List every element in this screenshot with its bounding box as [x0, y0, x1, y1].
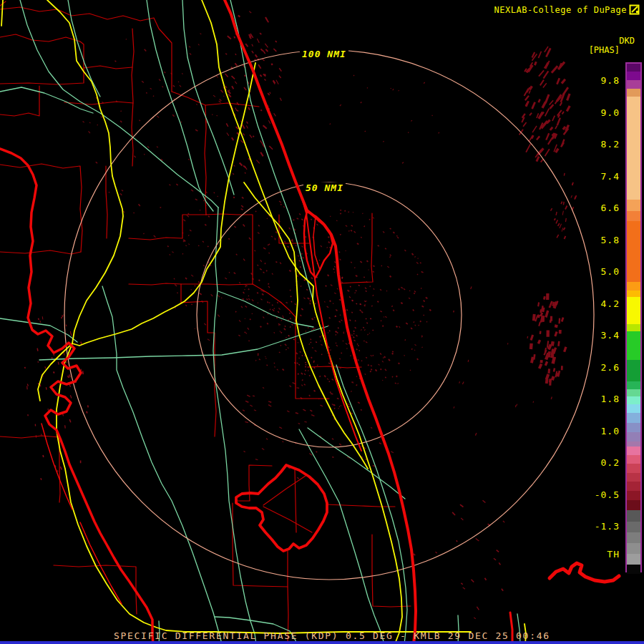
color-scale-segment	[627, 89, 640, 97]
range-rings	[64, 50, 594, 580]
color-scale-segment	[627, 432, 640, 441]
radar-map	[0, 0, 644, 644]
coastline	[0, 0, 619, 644]
color-scale-segment	[627, 482, 640, 491]
speckle-offshore-e	[550, 173, 577, 240]
color-scale-segment	[627, 447, 640, 455]
product-units-label: [PHAS]	[589, 45, 620, 55]
color-scale-segment	[627, 97, 640, 200]
radar-return-speckles	[24, 11, 577, 619]
color-scale-segment	[627, 413, 640, 423]
color-scale-segment	[627, 331, 640, 360]
color-scale-segment	[627, 282, 640, 291]
color-scale-tick-4.2: 4.2	[601, 298, 620, 310]
product-code-label: DKD	[619, 36, 635, 46]
color-scale-tick-2.6: 2.6	[601, 362, 620, 374]
color-scale-segment	[627, 221, 640, 282]
color-scale-tick-3.4: 3.4	[601, 330, 620, 341]
color-scale-segment	[627, 491, 640, 500]
color-scale-tick-1.8: 1.8	[601, 394, 620, 405]
color-scale-tick-1.0: 1.0	[601, 426, 620, 437]
color-scale-segment	[627, 441, 640, 447]
color-scale-segment	[627, 360, 640, 381]
color-scale-segment	[627, 554, 640, 565]
color-scale-segment	[627, 211, 640, 221]
speckle-offshore-ne	[519, 47, 571, 163]
color-scale-segment	[627, 500, 640, 510]
range-ring-100-nmi	[64, 50, 594, 580]
color-scale-segment	[627, 324, 640, 331]
color-scale-segment	[627, 291, 640, 297]
color-scale-tick-TH: TH	[607, 549, 620, 560]
speckle-se-offshore	[413, 500, 504, 620]
cod-weather-logo-icon	[629, 4, 640, 16]
color-scale-tick-5.8: 5.8	[601, 235, 620, 246]
range-ring-label-50nmi: 50 NMI	[303, 182, 346, 193]
color-scale-segment	[627, 200, 640, 211]
range-ring-label-100nmi: 100 NMI	[300, 49, 348, 59]
county-borders	[0, 1, 411, 644]
bottom-border-line	[0, 641, 644, 644]
color-scale-tick--0.5: -0.5	[595, 489, 620, 501]
color-scale-tick-0.2: 0.2	[601, 457, 620, 469]
color-scale-segment	[627, 404, 640, 413]
color-scale-segment	[627, 522, 640, 532]
color-scale-tick-9.8: 9.8	[601, 75, 620, 87]
color-scale-segment	[627, 464, 640, 473]
color-scale-tick-6.6: 6.6	[601, 203, 620, 214]
speckle-ne-sparse	[329, 74, 439, 163]
color-scale-segment	[627, 389, 640, 396]
color-scale-tick-5.0: 5.0	[601, 266, 620, 278]
color-scale-tick--1.3: -1.3	[595, 521, 620, 532]
color-scale-bar	[625, 62, 642, 572]
color-scale-segment	[627, 473, 640, 482]
color-scale-tick-8.2: 8.2	[601, 139, 620, 150]
color-scale-segment	[627, 381, 640, 389]
color-scale-segment	[627, 510, 640, 522]
speckle-offshore-e2	[530, 293, 567, 386]
color-scale-segment	[627, 297, 640, 324]
color-scale-segment	[627, 64, 640, 72]
speckle-gulf-coastal	[24, 314, 89, 480]
status-bar-product-line: SPECIFIC DIFFERENTIAL PHASE (KDP) 0.5 DE…	[114, 630, 550, 641]
speckle-clutter-core-bright	[276, 260, 374, 382]
speckle-inland-central	[167, 196, 315, 341]
color-scale-segment	[627, 455, 640, 464]
color-scale-segment	[627, 396, 640, 404]
color-scale-segment	[627, 423, 640, 432]
color-scale-segment	[627, 72, 640, 80]
color-scale-segment	[627, 80, 640, 89]
color-scale-tick-9.0: 9.0	[601, 107, 620, 119]
color-scale-segment	[627, 532, 640, 543]
color-scale-segment	[627, 565, 640, 574]
color-scale-tick-7.4: 7.4	[601, 171, 620, 182]
page-title: NEXLAB-College of DuPage	[494, 5, 627, 15]
radar-viewer-screen: 100 NMI 50 NMI NEXLAB-College of DuPage …	[0, 0, 644, 644]
color-scale-segment	[627, 543, 640, 554]
